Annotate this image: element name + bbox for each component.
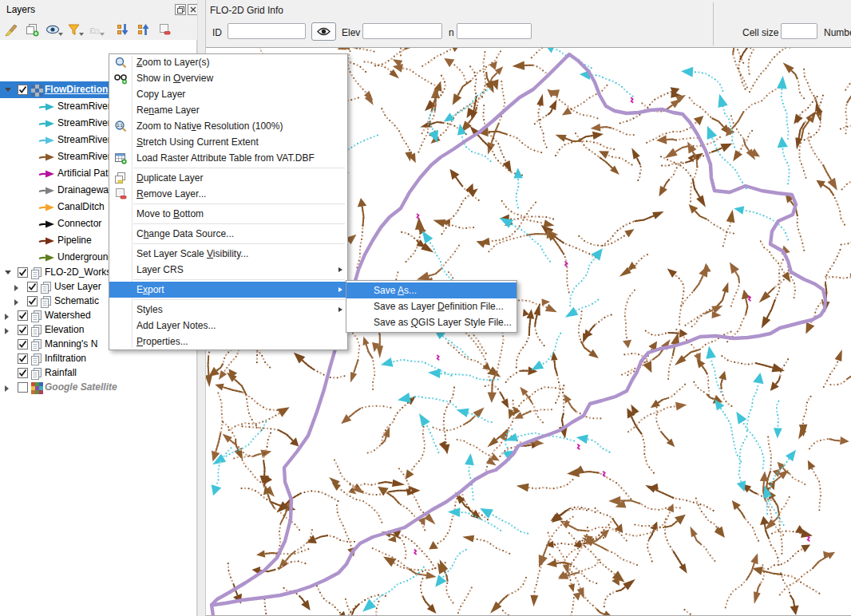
menu-item-label: GIS Layer Style File... [418,317,512,328]
menu-item[interactable]: Load Raster Attribute Table from VAT.DBF [109,150,347,166]
layer-label: StreamRiver - [57,134,117,145]
menu-item[interactable]: 1:1Zoom to Native Resolution (100%) [109,118,347,134]
checkmark-icon [18,340,27,349]
epsilon-icon: ε [89,24,100,36]
layer-label: Infiltration [45,353,86,364]
menu-item-label: ange Data Source... [148,228,234,239]
layer-label: Schematic [54,295,99,306]
raster-color-layer-icon [31,382,43,394]
n-input[interactable] [457,23,532,39]
elev-input[interactable] [362,23,442,39]
checkmark-icon [18,354,27,363]
menu-item[interactable]: Show in Overview [109,70,347,86]
float-panel-button[interactable] [175,4,186,15]
menu-item-mnemonic: V [207,248,213,259]
dropdown-caret [79,33,84,36]
filter-legend-button[interactable] [64,21,83,38]
menu-item-label: uplicate Layer [144,172,204,184]
expander-open-icon[interactable] [5,88,11,92]
collapse-all-button[interactable] [134,21,153,38]
menu-item[interactable]: Save as QGIS Layer Style File... [346,314,517,330]
layer-checkbox[interactable] [18,339,28,349]
menu-item[interactable]: Save as Layer Definition File... [346,298,517,314]
flow-arrow-symbol [38,219,55,229]
expander-closed-icon[interactable] [5,328,9,334]
menu-item[interactable]: Move to Bottom [109,206,347,222]
menu-item[interactable]: Rename Layer [109,102,347,118]
menu-item-mnemonic: A [398,285,404,296]
add-group-icon [26,23,39,37]
layer-label: CanalDitch [57,201,105,212]
id-input[interactable] [228,23,306,39]
menu-item-label: s... [404,285,417,296]
layer-group-icon [31,353,42,365]
layers-toolbar: ε [0,19,197,40]
float-icon [177,6,184,14]
menu-item[interactable]: Stretch Using Current Extent [109,134,347,150]
menu-item[interactable]: Remove Layer... [109,186,347,202]
menu-item-mnemonic: D [437,301,445,312]
layer-tree-row[interactable]: Infiltration [0,352,196,366]
layer-checkbox[interactable] [18,310,28,321]
layer-label: Artificial Path [57,168,113,179]
funnel-icon [68,24,80,36]
layer-label: StreamRiver - [57,151,117,162]
menu-item[interactable]: Save As... [346,282,517,298]
layer-label: Elevation [45,324,84,335]
menu-item[interactable]: Zoom to Layer(s) [109,54,347,70]
layer-checkbox[interactable] [18,325,28,335]
layer-tree-row[interactable]: Rainfall [0,366,196,381]
add-group-button[interactable] [22,21,42,38]
flow-arrow-symbol [38,101,55,112]
manage-map-themes-button[interactable] [43,21,62,38]
layer-group-icon [31,368,42,380]
layer-checkbox[interactable] [18,368,28,378]
expand-all-button[interactable] [113,21,133,38]
remove-layer-group-button[interactable] [155,21,174,38]
expander-closed-icon[interactable] [5,385,9,392]
vat-table-icon [114,152,128,164]
number-label: Numbe [824,27,851,38]
checkmark-icon [28,297,37,306]
menu-item[interactable]: Change Data Source... [109,226,347,242]
filter-by-expression-button[interactable]: ε [85,21,104,38]
eye-button[interactable] [311,22,336,41]
layer-tree-row[interactable]: Google Satellite [0,381,196,395]
menu-item[interactable]: Add Layer Notes... [109,318,347,334]
expander-closed-icon[interactable] [5,314,9,320]
eye-icon [317,27,331,36]
layer-checkbox[interactable] [18,353,28,364]
expander-closed-icon[interactable] [14,285,18,291]
menu-item-mnemonic: O [173,73,180,84]
open-layer-styling-button[interactable] [2,21,21,38]
layer-label: StreamRiver [57,101,111,112]
layer-checkbox[interactable] [18,267,28,278]
layer-checkbox[interactable] [18,85,28,95]
brush-icon [5,23,18,37]
menu-item[interactable]: Layer CRS [109,262,347,278]
expand-all-icon [117,23,129,36]
menu-item-label: Save [374,285,398,296]
svg-text:ε: ε [89,24,95,36]
menu-item[interactable]: Copy Layer [109,86,347,102]
layer-label: StreamRiver - [57,117,117,128]
menu-item[interactable]: Duplicate Layer [109,170,347,186]
menu-item[interactable]: Set Layer Scale Visibility... [109,246,347,262]
layers-panel-titlebar: Layers [0,0,197,19]
layer-label: Rainfall [45,367,77,378]
menu-item-label: Save as [374,317,411,328]
menu-item[interactable]: Export [109,282,347,298]
cell-size-input[interactable] [781,23,817,39]
expander-open-icon[interactable] [5,270,11,274]
layer-checkbox[interactable] [18,382,28,393]
expander-closed-icon[interactable] [14,299,18,306]
flow-arrow-symbol [38,118,55,128]
menu-item[interactable]: Properties... [109,334,347,349]
cell-size-label: Cell size [742,27,778,38]
layer-checkbox[interactable] [27,296,38,306]
overview-icon [114,72,128,85]
layer-label: FlowDirection [45,84,108,95]
menu-item[interactable]: Styles [109,302,347,318]
menu-item-mnemonic: B [173,208,180,219]
layer-checkbox[interactable] [27,282,38,292]
